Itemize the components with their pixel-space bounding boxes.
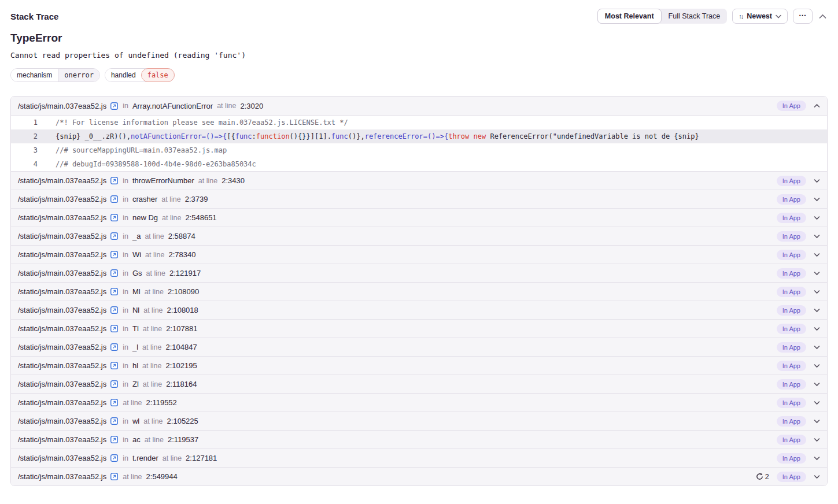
frame-file-path: /static/js/main.037eaa52.js <box>18 102 106 110</box>
frame-expand-chevron-icon[interactable] <box>814 216 820 220</box>
stack-frame-row[interactable]: /static/js/main.037eaa52.js in hl at lin… <box>11 356 827 375</box>
frame-at-line-label: at line <box>146 269 165 277</box>
external-link-icon[interactable] <box>110 214 118 221</box>
frame-expand-chevron-icon[interactable] <box>814 253 820 257</box>
external-link-icon[interactable] <box>110 436 118 443</box>
stack-frame-row[interactable]: /static/js/main.037eaa52.js at line 2:54… <box>11 467 827 486</box>
frame-line-number: 2:3739 <box>185 195 208 203</box>
frame-line-number: 2:107881 <box>166 324 197 333</box>
stack-frame-row[interactable]: /static/js/main.037eaa52.js in t.render … <box>11 449 827 467</box>
header-controls: Most Relevant Full Stack Trace ↑↓ Newest… <box>597 9 828 24</box>
stack-frame-row[interactable]: /static/js/main.037eaa52.js in ac at lin… <box>11 430 827 449</box>
frame-line-number: 2:3430 <box>222 176 245 185</box>
external-link-icon[interactable] <box>110 269 118 277</box>
frame-line-number: 2:78340 <box>168 250 195 259</box>
external-link-icon[interactable] <box>110 102 118 110</box>
stack-frame-row[interactable]: /static/js/main.037eaa52.js at line 2:11… <box>11 393 827 412</box>
in-app-badge: In App <box>777 361 806 371</box>
in-app-badge: In App <box>777 379 806 390</box>
toggle-most-relevant[interactable]: Most Relevant <box>597 9 662 24</box>
error-type-title: TypeError <box>10 32 828 45</box>
frame-file-path: /static/js/main.037eaa52.js <box>18 195 106 203</box>
source-context-block: 1/*! For license information please see … <box>11 115 827 171</box>
frame-expand-chevron-icon[interactable] <box>814 179 820 183</box>
stack-frame-row[interactable]: /static/js/main.037eaa52.js in Gs at lin… <box>11 264 827 282</box>
frame-function-name: new Dg <box>132 213 158 222</box>
external-link-icon[interactable] <box>110 177 118 184</box>
frame-expand-chevron-icon[interactable] <box>814 475 820 479</box>
in-app-badge: In App <box>777 435 806 445</box>
stack-frame-row[interactable]: /static/js/main.037eaa52.js in Nl at lin… <box>11 301 827 319</box>
frame-expand-chevron-icon[interactable] <box>814 401 820 405</box>
in-app-badge: In App <box>777 416 806 427</box>
frame-in-label: in <box>123 343 128 351</box>
external-link-icon[interactable] <box>110 362 118 369</box>
frame-file-path: /static/js/main.037eaa52.js <box>18 176 106 185</box>
external-link-icon[interactable] <box>110 399 118 406</box>
external-link-icon[interactable] <box>110 232 118 240</box>
external-link-icon[interactable] <box>110 306 118 314</box>
stack-frame-row[interactable]: /static/js/main.037eaa52.js in throwErro… <box>11 171 827 190</box>
frame-expand-chevron-icon[interactable] <box>814 364 820 368</box>
collapse-section-button[interactable] <box>818 13 828 20</box>
frame-in-label: in <box>123 380 128 388</box>
stack-frame-row[interactable]: /static/js/main.037eaa52.js in Array.not… <box>11 97 827 115</box>
stack-frame-row[interactable]: /static/js/main.037eaa52.js in Zl at lin… <box>11 375 827 393</box>
frame-expand-chevron-icon[interactable] <box>814 456 820 461</box>
tag-mechanism: mechanismonerror <box>10 68 100 82</box>
external-link-icon[interactable] <box>110 288 118 295</box>
frame-at-line-label: at line <box>143 380 162 388</box>
external-link-icon[interactable] <box>110 417 118 425</box>
stack-frame-row[interactable]: /static/js/main.037eaa52.js in new Dg at… <box>11 208 827 227</box>
in-app-badge: In App <box>777 268 806 279</box>
frame-file-path: /static/js/main.037eaa52.js <box>18 380 106 388</box>
stack-frame-row[interactable]: /static/js/main.037eaa52.js in wl at lin… <box>11 412 827 430</box>
frame-expand-chevron-icon[interactable] <box>814 271 820 276</box>
external-link-icon[interactable] <box>110 473 118 480</box>
frame-file-path: /static/js/main.037eaa52.js <box>18 213 106 222</box>
external-link-icon[interactable] <box>110 195 118 203</box>
external-link-icon[interactable] <box>110 325 118 332</box>
frame-expand-chevron-icon[interactable] <box>814 308 820 313</box>
stack-frame-row[interactable]: /static/js/main.037eaa52.js in crasher a… <box>11 190 827 208</box>
in-app-badge: In App <box>777 324 806 334</box>
toggle-full-stack-trace[interactable]: Full Stack Trace <box>662 9 728 24</box>
sort-arrows-icon: ↑↓ <box>739 13 743 20</box>
stack-frame-row[interactable]: /static/js/main.037eaa52.js in _l at lin… <box>11 338 827 356</box>
tag-key: mechanism <box>11 69 58 81</box>
in-app-badge: In App <box>777 472 806 482</box>
frame-expand-chevron-icon[interactable] <box>814 234 820 239</box>
external-link-icon[interactable] <box>110 454 118 462</box>
stack-frame-row[interactable]: /static/js/main.037eaa52.js in Tl at lin… <box>11 319 827 338</box>
frame-expand-chevron-icon[interactable] <box>814 327 820 331</box>
ellipsis-icon: ⋯ <box>799 11 807 20</box>
in-app-badge: In App <box>777 213 806 223</box>
stack-frame-row[interactable]: /static/js/main.037eaa52.js in Ml at lin… <box>11 282 827 301</box>
stack-trace-section: Stack Trace Most Relevant Full Stack Tra… <box>10 8 828 486</box>
frame-line-number: 2:118164 <box>166 380 197 388</box>
frame-function-name: throwErrorNumber <box>132 176 194 185</box>
frame-at-line-label: at line <box>145 232 164 240</box>
external-link-icon[interactable] <box>110 380 118 388</box>
frame-in-label: in <box>123 214 128 222</box>
frame-file-path: /static/js/main.037eaa52.js <box>18 232 106 240</box>
external-link-icon[interactable] <box>110 343 118 351</box>
in-app-badge: In App <box>777 194 806 205</box>
frame-file-path: /static/js/main.037eaa52.js <box>18 417 106 425</box>
frame-expand-chevron-icon[interactable] <box>814 103 820 108</box>
frame-in-label: in <box>123 232 128 240</box>
frame-expand-chevron-icon[interactable] <box>814 345 820 350</box>
more-options-button[interactable]: ⋯ <box>793 9 813 24</box>
stack-frame-row[interactable]: /static/js/main.037eaa52.js in _a at lin… <box>11 227 827 245</box>
in-app-badge: In App <box>777 342 806 353</box>
frame-at-line-label: at line <box>123 399 142 407</box>
frame-expand-chevron-icon[interactable] <box>814 382 820 387</box>
frame-file-path: /static/js/main.037eaa52.js <box>18 287 106 296</box>
stack-frame-row[interactable]: /static/js/main.037eaa52.js in Wi at lin… <box>11 245 827 264</box>
frame-expand-chevron-icon[interactable] <box>814 419 820 424</box>
external-link-icon[interactable] <box>110 251 118 258</box>
frame-expand-chevron-icon[interactable] <box>814 290 820 294</box>
frame-expand-chevron-icon[interactable] <box>814 197 820 202</box>
sort-newest-button[interactable]: ↑↓ Newest <box>732 9 788 24</box>
frame-expand-chevron-icon[interactable] <box>814 438 820 442</box>
